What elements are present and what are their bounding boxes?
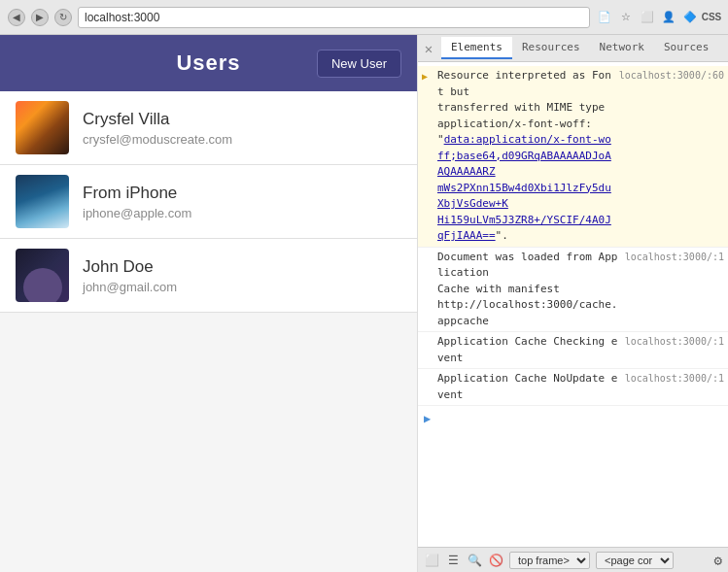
browser-icons: 📄 ☆ ⬜ 👤 🔷 CSS <box>596 9 720 26</box>
info-icon <box>422 250 433 251</box>
console-prompt[interactable]: ▶ <box>418 406 728 431</box>
devtools-close-button[interactable]: ✕ <box>422 42 435 55</box>
console-location: localhost:3000/:1 <box>625 334 724 349</box>
user-info: Crysfel Villa crysfel@moduscreate.com <box>83 110 232 147</box>
console-location: localhost:3000/:1 <box>625 250 724 264</box>
address-bar[interactable]: localhost:3000 <box>78 7 590 28</box>
warning-icon: ▶ <box>422 68 433 84</box>
devtools-bottombar: ⬜ ☰ 🔍 🚫 top frame> <page cor ⚙ <box>418 547 728 572</box>
console-content: ▶ Resource interpreted as Font but trans… <box>418 62 728 547</box>
console-location: localhost:3000/:1 <box>625 371 724 386</box>
user-list: Crysfel Villa crysfel@moduscreate.com Fr… <box>0 91 417 572</box>
avatar <box>16 175 69 228</box>
tab-sources[interactable]: Sources <box>654 37 718 59</box>
tab-resources[interactable]: Resources <box>512 37 590 59</box>
console-link[interactable]: data:application/x-font-woff;base64,d09G… <box>437 133 611 242</box>
user-email: crysfel@moduscreate.com <box>83 132 232 147</box>
browser-chrome: ◀ ▶ ↻ localhost:3000 📄 ☆ ⬜ 👤 🔷 CSS <box>0 0 728 35</box>
page-select[interactable]: <page cor <box>596 552 674 569</box>
console-entry: Application Cache Checking event localho… <box>418 332 728 369</box>
user-info: From iPhone iphone@apple.com <box>83 184 191 220</box>
info-icon <box>422 334 433 335</box>
user-email: iphone@apple.com <box>83 206 191 220</box>
devtools-tabbar: ✕ Elements Resources Network Sources <box>418 35 728 62</box>
user-icon[interactable]: 👤 <box>660 9 677 26</box>
avatar <box>16 249 69 302</box>
user-name: John Doe <box>83 257 177 277</box>
search-icon-btn[interactable]: 🔍 <box>467 553 482 568</box>
block-icon-btn[interactable]: 🚫 <box>488 553 503 568</box>
main-content: Users New User Crysfel Villa crysfel@mod… <box>0 35 728 572</box>
devtools-panel: ✕ Elements Resources Network Sources ▶ R… <box>418 35 728 572</box>
console-entry: Document was loaded from Application Cac… <box>418 248 728 333</box>
user-email: john@gmail.com <box>83 280 177 294</box>
console-entry: Application Cache NoUpdate event localho… <box>418 369 728 406</box>
user-item[interactable]: John Doe john@gmail.com <box>0 239 417 313</box>
avatar <box>16 101 69 154</box>
reload-button[interactable]: ↻ <box>54 9 72 26</box>
user-item[interactable]: From iPhone iphone@apple.com <box>0 165 417 239</box>
users-header: Users New User <box>0 35 417 91</box>
users-panel: Users New User Crysfel Villa crysfel@mod… <box>0 35 418 572</box>
forward-button[interactable]: ▶ <box>31 9 49 26</box>
page-icon[interactable]: 📄 <box>596 9 613 26</box>
address-text: localhost:3000 <box>85 11 159 24</box>
back-button[interactable]: ◀ <box>8 9 25 26</box>
user-item[interactable]: Crysfel Villa crysfel@moduscreate.com <box>0 91 417 165</box>
console-message: Resource interpreted as Font but transfe… <box>437 68 615 245</box>
extension-icon[interactable]: 🔷 <box>681 9 699 26</box>
users-title: Users <box>176 50 240 76</box>
console-message: Document was loaded from Application Cac… <box>437 250 621 330</box>
window-icon[interactable]: ⬜ <box>639 9 656 26</box>
console-location: localhost:3000/:60 <box>619 68 724 83</box>
console-message: Application Cache NoUpdate event <box>437 371 621 403</box>
tab-elements[interactable]: Elements <box>441 37 512 59</box>
css-icon[interactable]: CSS <box>703 9 720 26</box>
tab-network[interactable]: Network <box>590 37 654 59</box>
info-icon <box>422 371 433 372</box>
star-icon[interactable]: ☆ <box>617 9 635 26</box>
gear-icon[interactable]: ⚙ <box>714 553 722 568</box>
console-message: Application Cache Checking event <box>437 334 621 366</box>
new-user-button[interactable]: New User <box>317 50 401 78</box>
user-name: Crysfel Villa <box>83 110 232 129</box>
user-name: From iPhone <box>83 184 191 203</box>
user-info: John Doe john@gmail.com <box>83 257 177 294</box>
console-icon-btn[interactable]: ⬜ <box>424 553 439 568</box>
frame-select[interactable]: top frame> <box>509 552 590 569</box>
stack-icon-btn[interactable]: ☰ <box>445 553 461 568</box>
console-entry: ▶ Resource interpreted as Font but trans… <box>418 66 728 248</box>
